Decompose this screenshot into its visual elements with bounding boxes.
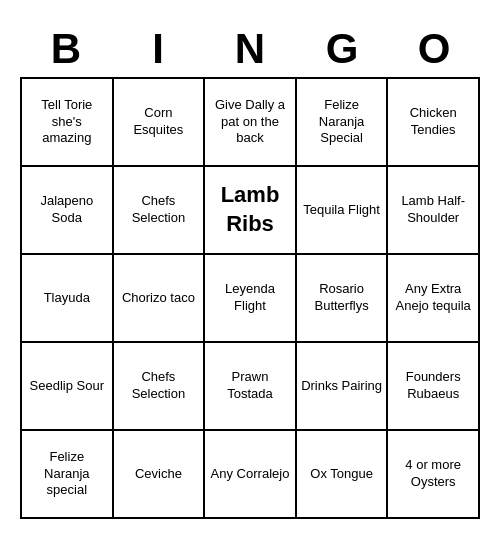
title-letter: O	[390, 25, 478, 73]
cell-r2-c1: Chorizo taco	[114, 255, 206, 343]
cell-r1-c1: Chefs Selection	[114, 167, 206, 255]
cell-r3-c2: Prawn Tostada	[205, 343, 297, 431]
cell-r2-c0: Tlayuda	[22, 255, 114, 343]
cell-r0-c4: Chicken Tendies	[388, 79, 480, 167]
cell-r0-c3: Felize Naranja Special	[297, 79, 389, 167]
cell-r4-c0: Felize Naranja special	[22, 431, 114, 519]
cell-r2-c3: Rosario Butterflys	[297, 255, 389, 343]
cell-r1-c3: Tequila Flight	[297, 167, 389, 255]
cell-r4-c1: Ceviche	[114, 431, 206, 519]
title-letter: G	[298, 25, 386, 73]
cell-r2-c2: Leyenda Flight	[205, 255, 297, 343]
bingo-card: BINGO Tell Torie she's amazingCorn Esqui…	[10, 15, 490, 529]
cell-r0-c1: Corn Esquites	[114, 79, 206, 167]
title-letter: B	[22, 25, 110, 73]
cell-r1-c0: Jalapeno Soda	[22, 167, 114, 255]
cell-r3-c1: Chefs Selection	[114, 343, 206, 431]
cell-r1-c4: Lamb Half-Shoulder	[388, 167, 480, 255]
cell-r4-c2: Any Corralejo	[205, 431, 297, 519]
cell-r3-c4: Founders Rubaeus	[388, 343, 480, 431]
cell-r2-c4: Any Extra Anejo tequila	[388, 255, 480, 343]
cell-r3-c3: Drinks Pairing	[297, 343, 389, 431]
bingo-title: BINGO	[20, 25, 480, 73]
cell-r4-c4: 4 or more Oysters	[388, 431, 480, 519]
cell-r1-c2: Lamb Ribs	[205, 167, 297, 255]
cell-r0-c0: Tell Torie she's amazing	[22, 79, 114, 167]
title-letter: I	[114, 25, 202, 73]
cell-r4-c3: Ox Tongue	[297, 431, 389, 519]
bingo-grid: Tell Torie she's amazingCorn EsquitesGiv…	[20, 77, 480, 519]
title-letter: N	[206, 25, 294, 73]
cell-r3-c0: Seedlip Sour	[22, 343, 114, 431]
cell-r0-c2: Give Dally a pat on the back	[205, 79, 297, 167]
